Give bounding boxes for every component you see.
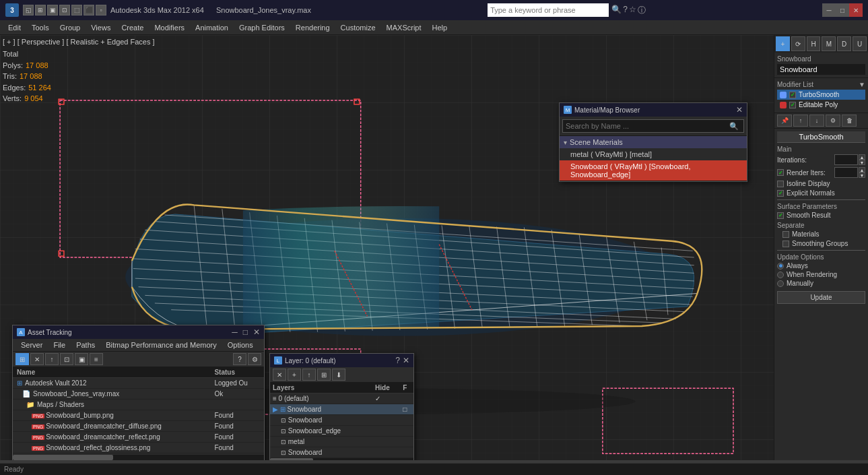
at-btn-6[interactable]: ≡ bbox=[90, 353, 103, 365]
mod-move-down-btn[interactable]: ↓ bbox=[809, 115, 824, 127]
layer-row-snowboard-child[interactable]: ⊡ Snowboard bbox=[270, 415, 413, 426]
at-menu-options[interactable]: Options bbox=[222, 339, 259, 351]
ts-iterations-up[interactable]: ▲ bbox=[859, 154, 865, 160]
layer-row-default[interactable]: ≡ 0 (default) ✓ bbox=[270, 393, 413, 404]
table-row[interactable]: ⊞Autodesk Vault 2012 Logged Ou bbox=[13, 378, 264, 389]
layer-manager-close[interactable]: ✕ bbox=[403, 356, 409, 365]
asset-scrollbar[interactable] bbox=[13, 455, 264, 460]
viewport[interactable]: [ + ] [ Perspective ] [ Realistic + Edge… bbox=[0, 35, 774, 460]
table-row[interactable]: PNGSnowboard_bump.png Found bbox=[13, 410, 264, 421]
lm-btn-1[interactable]: ✕ bbox=[273, 369, 286, 381]
ts-render-iters-down[interactable]: ▼ bbox=[859, 172, 865, 178]
asset-table-container[interactable]: Name Status ⊞Autodesk Vault 2012 Logged … bbox=[13, 367, 264, 453]
menu-graph-editors[interactable]: Graph Editors bbox=[234, 20, 290, 35]
at-btn-8[interactable]: ⚙ bbox=[248, 353, 261, 365]
at-menu-paths[interactable]: Paths bbox=[71, 339, 100, 351]
menu-modifiers[interactable]: Modifiers bbox=[149, 20, 190, 35]
at-menu-server[interactable]: Server bbox=[15, 339, 48, 351]
mod-move-up-btn[interactable]: ↑ bbox=[793, 115, 808, 127]
tb-btn-4[interactable]: ⊡ bbox=[59, 5, 70, 15]
asset-tracking-titlebar[interactable]: A Asset Tracking ─ □ ✕ bbox=[13, 325, 264, 339]
mod-delete-btn[interactable]: 🗑 bbox=[842, 115, 857, 127]
table-row[interactable]: PNGSnowboard_dreamcatcher_reflect.png Fo… bbox=[13, 432, 264, 443]
ts-render-iters-up[interactable]: ▲ bbox=[859, 167, 865, 172]
rp-tab-hierarchy[interactable]: H bbox=[807, 36, 821, 51]
asset-tracking-restore[interactable]: □ bbox=[243, 327, 248, 337]
rp-tab-display[interactable]: D bbox=[837, 36, 851, 51]
menu-maxscript[interactable]: MAXScript bbox=[381, 20, 427, 35]
layer-row-snowboard-2[interactable]: ⊡ Snowboard bbox=[270, 447, 413, 458]
at-btn-5[interactable]: ▣ bbox=[75, 353, 88, 365]
ts-explicit-normals-check[interactable]: ✓ bbox=[777, 190, 784, 197]
at-btn-1[interactable]: ⊞ bbox=[15, 353, 29, 365]
table-row[interactable]: PNGSnowboard_reflect_glossiness.png Foun… bbox=[13, 443, 264, 453]
at-btn-2[interactable]: ✕ bbox=[30, 353, 44, 365]
modifier-editable-poly[interactable]: ✓ Editable Poly bbox=[777, 100, 865, 110]
material-search-input[interactable] bbox=[562, 119, 744, 133]
ts-when-rendering-radio[interactable] bbox=[777, 272, 784, 278]
help-icon[interactable]: ? bbox=[623, 5, 628, 16]
info-icon[interactable]: ⓘ bbox=[638, 5, 646, 16]
layer-manager-titlebar[interactable]: L Layer: 0 (default) ? ✕ bbox=[270, 354, 413, 367]
scene-materials-header[interactable]: ▾ Scene Materials bbox=[560, 136, 747, 148]
menu-rendering[interactable]: Rendering bbox=[290, 20, 335, 35]
material-item-1[interactable]: Snowboard ( VRayMtl ) [Snowboard, Snowbo… bbox=[560, 160, 747, 181]
layer-row-snowboard-edge[interactable]: ⊡ Snowboard_edge bbox=[270, 426, 413, 437]
tb-btn-1[interactable]: ◱ bbox=[23, 5, 34, 15]
menu-views[interactable]: Views bbox=[86, 20, 116, 35]
ts-render-iters-input[interactable]: 2 bbox=[834, 167, 858, 178]
close-button[interactable]: ✕ bbox=[849, 3, 863, 17]
menu-tools[interactable]: Tools bbox=[26, 20, 55, 35]
table-row[interactable]: 📁Maps / Shaders bbox=[13, 400, 264, 410]
ts-render-iters-spinner[interactable]: 2 ▲ ▼ bbox=[834, 167, 865, 178]
maximize-button[interactable]: □ bbox=[836, 3, 849, 17]
menu-group[interactable]: Group bbox=[55, 20, 86, 35]
lm-btn-3[interactable]: ↑ bbox=[302, 369, 316, 381]
modifier-editable-poly-check[interactable]: ✓ bbox=[789, 102, 796, 108]
ts-smoothing-groups-check[interactable]: ✓ bbox=[782, 241, 789, 247]
object-name-input[interactable]: Snowboard bbox=[777, 64, 865, 75]
rp-tab-create[interactable]: + bbox=[776, 36, 790, 51]
menu-animation[interactable]: Animation bbox=[190, 20, 234, 35]
lm-btn-2[interactable]: + bbox=[288, 369, 301, 381]
ts-manually-radio[interactable] bbox=[777, 280, 784, 287]
minimize-button[interactable]: ─ bbox=[822, 3, 836, 17]
rp-tab-modify[interactable]: ⟳ bbox=[791, 36, 805, 51]
ts-iterations-input[interactable]: 0 bbox=[834, 154, 858, 165]
at-menu-file[interactable]: File bbox=[48, 339, 71, 351]
ts-materials-check[interactable]: ✓ bbox=[782, 231, 789, 238]
mod-config-btn[interactable]: ⚙ bbox=[826, 115, 840, 127]
ts-isoline-check[interactable]: ✓ bbox=[777, 181, 784, 187]
ts-smooth-result-check[interactable]: ✓ bbox=[777, 212, 784, 219]
tb-btn-3[interactable]: ▣ bbox=[47, 5, 58, 15]
table-row[interactable]: 📄Snowboard_Jones_vray.max Ok bbox=[13, 389, 264, 400]
modifier-turbosmooth[interactable]: ✓ TurboSmooth bbox=[777, 90, 865, 100]
menu-customize[interactable]: Customize bbox=[335, 20, 381, 35]
rp-tab-motion[interactable]: M bbox=[822, 36, 836, 51]
modifier-turbosmooth-check[interactable]: ✓ bbox=[789, 92, 796, 98]
asset-tracking-minimize[interactable]: ─ bbox=[232, 327, 238, 337]
ts-always-radio[interactable] bbox=[777, 263, 784, 270]
ts-iterations-down[interactable]: ▼ bbox=[859, 160, 865, 165]
ts-update-button[interactable]: Update bbox=[777, 291, 865, 304]
modifier-list-dropdown[interactable]: ▼ bbox=[859, 81, 865, 88]
asset-tracking-close[interactable]: ✕ bbox=[253, 327, 260, 337]
tb-btn-5[interactable]: ⬚ bbox=[71, 5, 82, 15]
at-btn-3[interactable]: ↑ bbox=[45, 353, 59, 365]
tb-btn-2[interactable]: ⊞ bbox=[35, 5, 46, 15]
table-row[interactable]: PNGSnowboard_dreamcatcher_diffuse.png Fo… bbox=[13, 421, 264, 432]
material-browser-close[interactable]: ✕ bbox=[736, 105, 743, 115]
mod-pin-btn[interactable]: 📌 bbox=[777, 115, 792, 127]
ts-iterations-spinner[interactable]: 0 ▲ ▼ bbox=[834, 154, 865, 165]
layer-scrollbar[interactable] bbox=[270, 458, 413, 460]
material-browser-titlebar[interactable]: M Material/Map Browser ✕ bbox=[560, 103, 747, 117]
menu-edit[interactable]: Edit bbox=[3, 20, 26, 35]
menu-create[interactable]: Create bbox=[116, 20, 149, 35]
star-icon[interactable]: ☆ bbox=[629, 5, 636, 16]
layer-row-snowboard[interactable]: ▶ ⊞ Snowboard □ bbox=[270, 404, 413, 415]
search-icon[interactable]: 🔍 bbox=[611, 5, 622, 16]
tb-btn-6[interactable]: ⬛ bbox=[84, 5, 94, 15]
layer-row-metal[interactable]: ⊡ metal bbox=[270, 437, 413, 447]
menu-help[interactable]: Help bbox=[427, 20, 453, 35]
lm-btn-5[interactable]: ⬇ bbox=[332, 369, 345, 381]
